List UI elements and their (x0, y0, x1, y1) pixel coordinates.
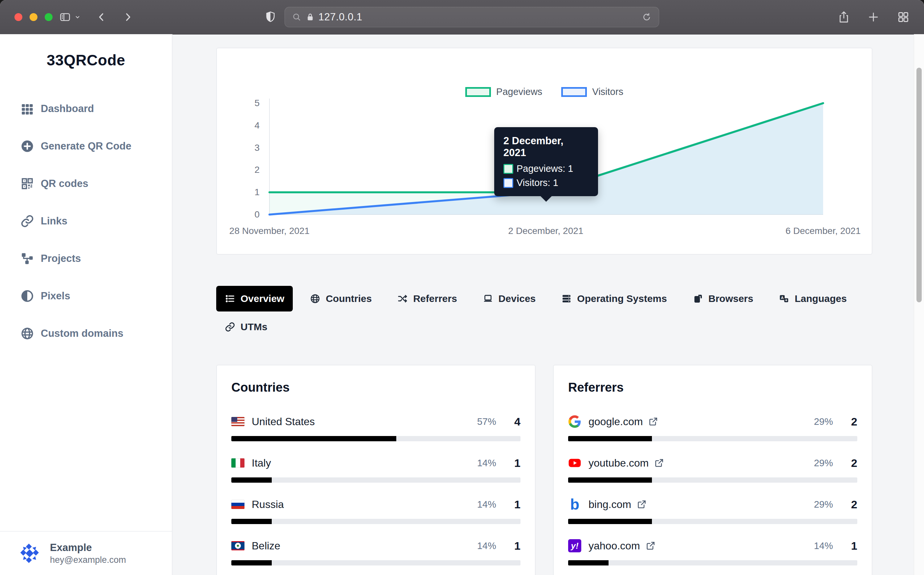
belize-flag-icon (231, 541, 244, 550)
app-logo: 33QRCode (0, 51, 172, 69)
referrer-row: b bing.com 29% 2 (568, 497, 857, 524)
referrer-count: 1 (848, 540, 857, 552)
user-name: Example (50, 541, 126, 554)
progress-bar (231, 436, 521, 441)
referrers-card: Referrers google.com (553, 365, 872, 575)
share-icon[interactable] (838, 11, 850, 24)
progress-bar (231, 560, 521, 565)
server-stack-icon (561, 294, 572, 304)
referrer-count: 2 (848, 415, 857, 428)
tooltip-visitors-value: Visitors: 1 (516, 178, 558, 188)
external-link-icon[interactable] (637, 500, 646, 509)
sidebar-item-label: Dashboard (41, 103, 94, 115)
country-row: United States 57% 4 (231, 414, 521, 441)
search-icon (292, 13, 301, 22)
country-percent: 57% (477, 416, 496, 427)
sidebar-item-pixels[interactable]: Pixels (0, 277, 172, 315)
lock-icon (306, 13, 314, 22)
page-scrollbar[interactable] (914, 34, 924, 575)
referrer-count: 2 (848, 498, 857, 511)
x-axis-label: 6 December, 2021 (786, 226, 861, 236)
tab-overview-icon[interactable] (897, 11, 910, 23)
countries-card: Countries United States 57% 4 Italy 14% (216, 365, 536, 575)
progress-bar (568, 519, 857, 524)
progress-bar (231, 477, 521, 483)
globe-icon (310, 294, 321, 304)
sidebar-item-qr-codes[interactable]: QR codes (0, 165, 172, 202)
traffic-chart-card: Pageviews Visitors 5 4 3 2 1 0 28 Novemb… (216, 48, 872, 255)
analytics-tabs-row-2: UTMs (216, 314, 276, 340)
privacy-shield-icon[interactable] (265, 11, 276, 23)
y-axis-tick: 2 (220, 164, 260, 176)
country-count: 1 (511, 498, 521, 511)
app-window: 127.0.0.1 (0, 0, 924, 575)
tab-operating-systems[interactable]: Operating Systems (553, 286, 675, 311)
italy-flag-icon (231, 458, 244, 467)
referrer-percent: 14% (814, 540, 833, 551)
tab-utms[interactable]: UTMs (216, 314, 276, 340)
sidebar-item-label: Generate QR Code (41, 140, 132, 152)
referrers-title: Referrers (568, 381, 857, 395)
sidebar-item-label: Links (41, 215, 67, 227)
external-link-icon[interactable] (654, 458, 664, 467)
contrast-circle-icon (21, 289, 34, 303)
laptop-icon (483, 294, 493, 304)
link-icon (225, 322, 235, 332)
y-axis-tick: 3 (220, 142, 260, 154)
y-axis-tick: 4 (220, 119, 260, 132)
yahoo-favicon: y! (568, 539, 581, 552)
avatar (18, 542, 41, 564)
country-row: Italy 14% 1 (231, 455, 521, 483)
new-tab-icon[interactable] (867, 11, 879, 23)
sidebar-item-label: QR codes (41, 178, 88, 190)
browser-toolbar: 127.0.0.1 (0, 0, 924, 35)
tab-devices[interactable]: Devices (474, 286, 544, 311)
tab-browsers[interactable]: Browsers (684, 286, 762, 311)
referrer-percent: 29% (814, 499, 833, 510)
tab-referrers[interactable]: Referrers (389, 286, 465, 311)
sidebar-item-links[interactable]: Links (0, 202, 172, 240)
y-axis-tick: 0 (220, 209, 260, 221)
dashboard-grid-icon (21, 102, 34, 116)
external-link-icon[interactable] (646, 541, 655, 550)
scrollbar-thumb[interactable] (916, 68, 922, 302)
referrer-row: youtube.com 29% 2 (568, 455, 857, 483)
tab-overview[interactable]: Overview (216, 286, 293, 311)
country-percent: 14% (477, 499, 496, 510)
browser-window-icon (693, 294, 703, 304)
country-row: Belize 14% 1 (231, 538, 521, 565)
reload-icon[interactable] (642, 12, 652, 22)
country-count: 4 (511, 415, 521, 428)
progress-bar (568, 560, 857, 565)
address-bar[interactable]: 127.0.0.1 (284, 7, 659, 27)
user-account[interactable]: Example hey@example.com (0, 531, 172, 575)
url-text: 127.0.0.1 (318, 11, 362, 23)
external-link-icon[interactable] (649, 417, 658, 426)
sidebar: 33QRCode Dashboard Generate QR Code (0, 34, 173, 575)
list-icon (225, 294, 235, 304)
referrer-row: y! yahoo.com 14% 1 (568, 538, 857, 565)
svg-text:A: A (781, 296, 784, 300)
progress-bar (231, 519, 521, 524)
russia-flag-icon (231, 500, 244, 509)
google-favicon (568, 415, 581, 428)
progress-bar (568, 436, 857, 441)
tab-languages[interactable]: A Languages (770, 286, 855, 311)
country-percent: 14% (477, 458, 496, 469)
link-icon (21, 214, 34, 228)
sidebar-item-label: Pixels (41, 290, 70, 302)
referrer-percent: 29% (814, 458, 833, 469)
bing-favicon: b (568, 498, 581, 511)
sidebar-item-label: Projects (41, 253, 81, 265)
sidebar-item-dashboard[interactable]: Dashboard (0, 90, 172, 127)
shuffle-icon (397, 294, 408, 304)
tab-countries[interactable]: Countries (301, 286, 380, 311)
country-percent: 14% (477, 540, 496, 551)
us-flag-icon (231, 417, 244, 426)
y-axis-tick: 5 (220, 97, 260, 109)
sidebar-item-generate-qr-code[interactable]: Generate QR Code (0, 127, 172, 165)
sidebar-item-projects[interactable]: Projects (0, 240, 172, 277)
country-count: 1 (511, 457, 521, 470)
countries-title: Countries (231, 381, 521, 395)
sidebar-item-custom-domains[interactable]: Custom domains (0, 315, 172, 352)
